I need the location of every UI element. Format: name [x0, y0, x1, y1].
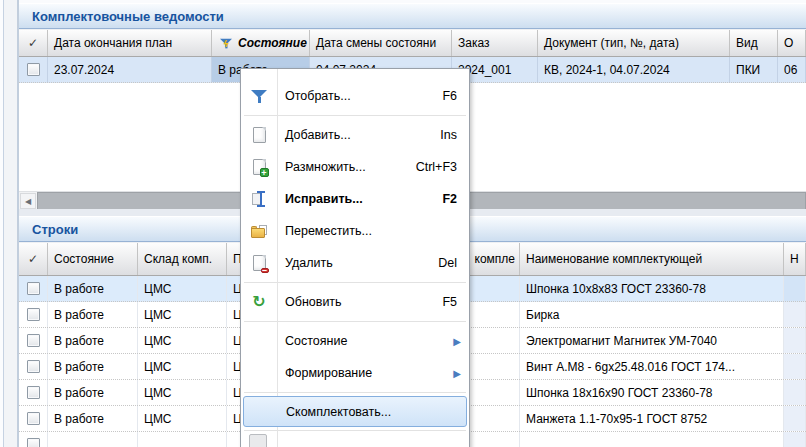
- top-panel-title: Комплектовочные ведомости: [19, 3, 806, 29]
- cell-document: КВ, 2024-1, 04.07.2024: [538, 57, 730, 82]
- cell-extra: 06: [778, 57, 806, 82]
- row-checkbox[interactable]: [27, 63, 40, 76]
- submenu-arrow-icon: ▶: [453, 336, 461, 347]
- rows-header-warehouse[interactable]: Склад комп.: [138, 243, 227, 275]
- menu-item-move[interactable]: Переместить...: [241, 215, 469, 247]
- top-header-document[interactable]: Документ (тип, №, дата): [538, 30, 730, 56]
- row-checkbox[interactable]: [27, 412, 40, 425]
- top-header-state[interactable]: ϟ Состояние: [212, 30, 310, 56]
- context-menu: Отобрать... F6 Добавить... Ins + Размнож…: [240, 68, 470, 447]
- edit-icon: [249, 189, 269, 209]
- filter-sort-icon: ϟ: [220, 37, 232, 48]
- menu-item-forming[interactable]: Формирование ▶: [241, 357, 469, 389]
- row-checkbox[interactable]: [27, 386, 40, 399]
- duplicate-page-icon: +: [249, 157, 269, 177]
- top-table-header: ✓ Дата окончания план ϟ Состояние Дата с…: [19, 30, 806, 57]
- rows-header-name[interactable]: Наименование комплектующей: [520, 243, 784, 275]
- refresh-icon: ↻: [249, 292, 269, 312]
- menu-item-add[interactable]: Добавить... Ins: [241, 119, 469, 151]
- delete-page-icon: –: [249, 253, 269, 273]
- menu-item-filter[interactable]: Отобрать... F6: [241, 80, 469, 112]
- menu-item-state[interactable]: Состояние ▶: [241, 325, 469, 357]
- check-icon: ✓: [28, 252, 38, 266]
- submenu-arrow-icon: ▶: [453, 368, 461, 379]
- move-folder-icon: [249, 221, 269, 241]
- row-checkbox[interactable]: [27, 438, 40, 447]
- menu-item-edit[interactable]: Исправить... F2: [241, 183, 469, 215]
- cell-component-name: Шпонка 18х16х90 ГОСТ 23360-78: [520, 380, 784, 405]
- scroll-left-button[interactable]: ◀: [20, 193, 36, 209]
- row-checkbox[interactable]: [27, 282, 40, 295]
- menu-item-partial[interactable]: [241, 434, 469, 447]
- left-gutter: [0, 0, 19, 447]
- filter-icon: [249, 86, 269, 106]
- top-header-order[interactable]: Заказ: [452, 30, 538, 56]
- cell-date-end: 23.07.2024: [48, 57, 212, 82]
- rows-header-right[interactable]: Н: [784, 243, 806, 275]
- menu-item-assemble[interactable]: Скомплектовать...: [243, 396, 467, 427]
- scroll-left-icon: ◀: [25, 197, 31, 206]
- add-page-icon: [249, 125, 269, 145]
- menu-item-delete[interactable]: – Удалить Del: [241, 247, 469, 279]
- top-header-check[interactable]: ✓: [19, 30, 48, 56]
- cell-component-name: Манжета 1.1-70х95-1 ГОСТ 8752: [520, 406, 784, 431]
- row-checkbox[interactable]: [27, 360, 40, 373]
- menu-item-duplicate[interactable]: + Размножить... Ctrl+F3: [241, 151, 469, 183]
- check-icon: ✓: [28, 36, 38, 50]
- row-checkbox[interactable]: [27, 308, 40, 321]
- rows-header-state[interactable]: Состояние: [48, 243, 138, 275]
- cell-component-name: Шпонка 10х8х83 ГОСТ 23360-78: [520, 276, 784, 301]
- rows-header-check[interactable]: ✓: [19, 243, 48, 275]
- cell-component-name: Электромагнит Магнитек УМ-7040: [520, 328, 784, 353]
- top-header-date-change[interactable]: Дата смены состояни: [310, 30, 452, 56]
- row-checkbox[interactable]: [27, 334, 40, 347]
- top-header-extra[interactable]: О: [778, 30, 806, 56]
- unknown-icon: [249, 434, 267, 447]
- cell-kind: ПКИ: [730, 57, 778, 82]
- menu-item-refresh[interactable]: ↻ Обновить F5: [241, 286, 469, 318]
- cell-component-name: Бирка: [520, 302, 784, 327]
- top-header-kind[interactable]: Вид: [730, 30, 778, 56]
- cell-component-name: Винт А.М8 - 6gх25.48.016 ГОСТ 174...: [520, 354, 784, 379]
- app-window: Комплектовочные ведомости ✓ Дата окончан…: [0, 0, 806, 447]
- top-header-date-end[interactable]: Дата окончания план: [48, 30, 212, 56]
